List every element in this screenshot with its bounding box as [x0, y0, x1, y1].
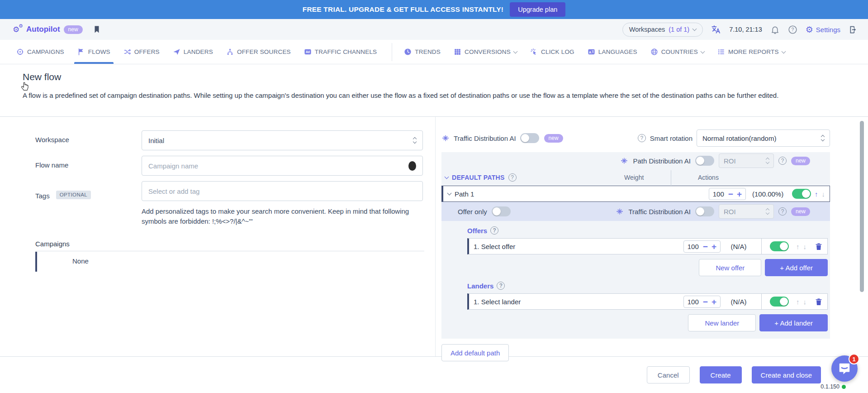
path-enabled-toggle[interactable] — [792, 189, 811, 199]
minus-button[interactable]: − — [703, 242, 708, 251]
offer-row: 1. Select offer 100 − + (N/A) ↑ ↓ — [467, 238, 828, 254]
nav-item-conversions[interactable]: CONVERSIONS — [454, 40, 517, 64]
collapse-chevron-icon[interactable] — [445, 175, 449, 179]
move-up-button[interactable]: ↑ — [815, 190, 818, 198]
token-dot-icon[interactable] — [408, 161, 416, 171]
path-weight-value[interactable]: 100 — [713, 190, 725, 198]
workspaces-label: Workspaces — [629, 26, 665, 33]
nav-divider — [392, 43, 392, 61]
nav-item-traffic-channels[interactable]: Ad TRAFFIC CHANNELS — [304, 40, 377, 64]
new-lander-button[interactable]: New lander — [688, 314, 756, 331]
workspace-label: Workspace — [35, 130, 142, 150]
nav-item-click-log[interactable]: CLICK LOG — [530, 40, 574, 64]
nav-item-languages[interactable]: A LANGUAGES — [588, 40, 637, 64]
offers-help-icon[interactable] — [490, 226, 498, 235]
nav-item-campaigns[interactable]: CAMPAIGNS — [16, 40, 64, 64]
cancel-button[interactable]: Cancel — [647, 366, 690, 383]
new-offer-button[interactable]: New offer — [699, 259, 761, 276]
nav-item-offer-sources[interactable]: OFFER SOURCES — [226, 40, 291, 64]
lander-select-label[interactable]: 1. Select lander — [474, 298, 521, 306]
offer-enabled-toggle[interactable] — [770, 241, 789, 251]
row-divider — [761, 294, 762, 309]
upgrade-plan-button[interactable]: Upgrade plan — [510, 2, 565, 17]
paper-plane-icon — [173, 48, 180, 56]
offer-share: (N/A) — [727, 243, 750, 250]
path-traffic-ai-toggle[interactable] — [695, 206, 714, 216]
mouse-cursor — [20, 81, 30, 93]
settings-link[interactable]: ⚙ Settings — [806, 24, 840, 35]
path-distribution-ai-row: Path Distribution AI ROI new — [441, 152, 830, 169]
smart-rotation-help-icon[interactable] — [638, 134, 646, 142]
nav-item-offers[interactable]: OFFERS — [123, 40, 160, 64]
tags-field-wrap — [142, 181, 423, 201]
create-and-close-button[interactable]: Create and close — [752, 366, 821, 383]
smart-rotation-select[interactable]: Normal rotation(random) — [697, 129, 830, 147]
delete-trash-icon[interactable] — [815, 297, 823, 306]
translate-icon[interactable] — [711, 24, 721, 34]
path-ai-metric-select[interactable]: ROI — [719, 153, 774, 168]
nav-item-landers[interactable]: LANDERS — [173, 40, 213, 64]
landers-help-icon[interactable] — [497, 282, 505, 290]
select-stepper-icon — [766, 158, 769, 163]
minus-button[interactable]: − — [728, 190, 733, 198]
lander-enabled-toggle[interactable] — [770, 297, 789, 307]
landers-section: Landers 1. Select lander 100 − + (N/A) ↑ — [441, 282, 830, 331]
globe-icon — [650, 48, 658, 56]
offers-title: Offers — [467, 227, 487, 235]
autopilot-brand[interactable]: Autopilot — [26, 25, 60, 34]
collapse-chevron-icon[interactable] — [447, 191, 452, 196]
traffic-distribution-ai-row: Traffic Distribution AI new Smart rotati… — [441, 129, 830, 147]
gear-icon: ⚙ — [806, 24, 813, 35]
plus-button[interactable]: + — [737, 190, 742, 198]
move-up-button[interactable]: ↑ — [796, 243, 800, 250]
lander-share: (N/A) — [727, 298, 750, 306]
chevron-down-icon — [700, 49, 705, 53]
nav-item-more-reports[interactable]: MORE REPORTS — [717, 40, 785, 64]
click-icon — [530, 48, 538, 56]
notifications-bell-icon[interactable] — [770, 25, 780, 34]
path-traffic-ai-help-icon[interactable] — [778, 207, 787, 216]
minus-button[interactable]: − — [703, 297, 708, 306]
weight-column-header: Weight — [624, 174, 644, 181]
svg-text:?: ? — [791, 27, 794, 32]
traffic-ai-toggle[interactable] — [520, 133, 539, 143]
lander-weight-value[interactable]: 100 — [688, 298, 699, 306]
default-paths-help-icon[interactable] — [508, 173, 517, 182]
scrollbar-thumb[interactable] — [860, 121, 864, 292]
path-row: Path 1 100 − + (100.00%) ↑ ↓ — [441, 186, 830, 202]
nav-item-countries[interactable]: COUNTRIES — [650, 40, 704, 64]
chevron-down-icon — [781, 49, 786, 53]
offer-select-label[interactable]: 1. Select offer — [474, 243, 515, 250]
move-down-button[interactable]: ↓ — [803, 298, 807, 306]
plus-button[interactable]: + — [711, 297, 716, 306]
nav-item-flows[interactable]: FLOWS — [77, 40, 110, 64]
row-divider — [761, 239, 762, 254]
flow-name-input[interactable] — [148, 162, 404, 170]
path-ai-label: Path Distribution AI — [633, 157, 691, 165]
add-lander-button[interactable]: + Add lander — [759, 314, 828, 331]
column-divider — [671, 170, 671, 187]
delete-trash-icon[interactable] — [815, 242, 823, 251]
help-icon[interactable]: ? — [788, 25, 797, 34]
offer-only-toggle[interactable] — [492, 206, 511, 216]
path-traffic-ai-metric-select[interactable]: ROI — [719, 204, 774, 219]
path-ai-toggle[interactable] — [695, 156, 714, 166]
workspace-select[interactable]: Initial — [142, 130, 423, 150]
add-default-path-button[interactable]: Add default path — [441, 344, 509, 361]
move-down-button[interactable]: ↓ — [803, 243, 807, 250]
svg-text:Ad: Ad — [306, 50, 310, 53]
workspaces-selector[interactable]: Workspaces (1 of 1) — [622, 23, 703, 37]
offer-weight-value[interactable]: 100 — [688, 243, 699, 250]
move-up-button[interactable]: ↑ — [796, 298, 800, 306]
tags-input[interactable] — [148, 187, 416, 195]
chat-unread-badge: 1 — [849, 354, 859, 364]
create-button[interactable]: Create — [700, 366, 742, 383]
move-down-button[interactable]: ↓ — [822, 190, 825, 198]
chat-widget-button[interactable]: 1 — [831, 355, 858, 382]
logout-icon[interactable] — [849, 25, 858, 34]
add-offer-button[interactable]: + Add offer — [765, 259, 828, 276]
path-ai-help-icon[interactable] — [778, 157, 787, 165]
nav-item-trends[interactable]: TRENDS — [404, 40, 441, 64]
plus-button[interactable]: + — [711, 242, 716, 251]
bookmark-icon[interactable] — [93, 25, 101, 34]
